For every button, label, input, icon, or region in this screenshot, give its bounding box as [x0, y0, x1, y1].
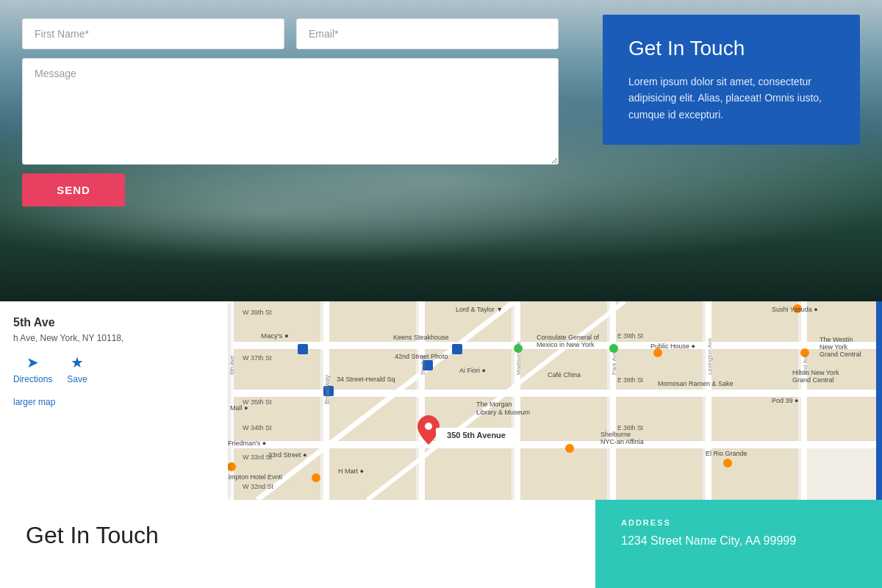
svg-text:Mexico in New York: Mexico in New York	[537, 341, 595, 348]
svg-text:El Rio Grande: El Rio Grande	[706, 450, 747, 457]
svg-text:Hilton New York: Hilton New York	[792, 369, 839, 376]
map-panel: 5th Ave h Ave, New York, NY 10118, ➤ Dir…	[0, 301, 228, 500]
svg-rect-24	[423, 448, 511, 500]
map-location-name: 5th Ave	[13, 316, 215, 329]
map-actions: ➤ Directions ★ Save	[13, 354, 215, 384]
svg-rect-39	[610, 301, 616, 500]
first-name-input[interactable]	[22, 18, 284, 49]
svg-rect-11	[518, 349, 606, 390]
directions-button[interactable]: ➤ Directions	[13, 354, 52, 384]
address-label: ADDRESS	[621, 518, 856, 527]
svg-text:Lexington Ave: Lexington Ave	[706, 337, 713, 375]
svg-rect-25	[518, 448, 606, 500]
svg-text:W 34th St: W 34th St	[243, 424, 272, 431]
bottom-left: Get In Touch	[0, 500, 595, 588]
svg-text:New York: New York	[820, 343, 848, 351]
svg-point-60	[425, 423, 432, 430]
map-right-edge	[876, 301, 882, 500]
save-button[interactable]: ★ Save	[67, 354, 87, 384]
svg-point-56	[565, 444, 574, 453]
svg-rect-38	[514, 301, 520, 500]
svg-text:Grand Central: Grand Central	[820, 351, 861, 358]
svg-text:Public House ●: Public House ●	[650, 343, 695, 350]
bottom-title: Get In Touch	[26, 522, 570, 549]
svg-text:350 5th Avenue: 350 5th Avenue	[447, 431, 506, 440]
svg-text:W 37th St: W 37th St	[243, 354, 272, 362]
svg-text:NYC-an Affinia: NYC-an Affinia	[600, 438, 644, 445]
address-value: 1234 Street Name City, AA 99999	[621, 534, 856, 548]
svg-text:Park Ave S: Park Ave S	[611, 346, 617, 375]
address-card: ADDRESS 1234 Street Name City, AA 99999	[595, 500, 882, 588]
svg-text:Broadway: Broadway	[323, 374, 331, 404]
directions-label: Directions	[13, 374, 52, 384]
contact-form: SEND	[0, 0, 581, 225]
svg-text:The Westin: The Westin	[820, 336, 853, 343]
svg-point-54	[227, 462, 236, 471]
map-section: 5th Ave h Ave, New York, NY 10118, ➤ Dir…	[0, 301, 882, 500]
svg-text:H Mart ●: H Mart ●	[338, 467, 364, 475]
hero-section: SEND Get In Touch Lorem ipsum dolor sit …	[0, 0, 882, 301]
svg-text:Ai Fiori ●: Ai Fiori ●	[459, 367, 486, 374]
svg-text:The Morgan: The Morgan	[476, 401, 512, 408]
svg-text:W 39th St: W 39th St	[243, 309, 272, 316]
svg-text:Consulate General of: Consulate General of	[537, 334, 600, 341]
svg-text:6th Ave: 6th Ave	[229, 355, 235, 375]
save-label: Save	[67, 374, 87, 384]
svg-rect-47	[452, 344, 462, 354]
svg-text:34 Street-Herald Sq: 34 Street-Herald Sq	[337, 376, 395, 383]
svg-text:Café China: Café China	[548, 371, 581, 379]
bottom-section: Get In Touch ADDRESS 1234 Street Name Ci…	[0, 500, 882, 588]
svg-text:42nd Street Photo: 42nd Street Photo	[395, 353, 448, 360]
info-card: Get In Touch Lorem ipsum dolor sit amet,…	[603, 15, 860, 145]
info-card-title: Get In Touch	[628, 37, 834, 60]
svg-rect-18	[518, 397, 606, 441]
info-card-body: Lorem ipsum dolor sit amet, consectetur …	[628, 74, 834, 123]
svg-rect-40	[706, 301, 711, 500]
svg-rect-41	[801, 301, 807, 500]
svg-text:33rd Street ●: 33rd Street ●	[268, 451, 306, 459]
svg-text:Friedman's ●: Friedman's ●	[228, 440, 266, 447]
save-icon: ★	[71, 354, 84, 371]
svg-text:Kimpton Hotel Evnti: Kimpton Hotel Evnti	[224, 473, 282, 481]
svg-rect-26	[614, 448, 702, 500]
svg-text:Library & Museum: Library & Museum	[476, 409, 530, 416]
map-address: h Ave, New York, NY 10118,	[13, 332, 215, 345]
svg-text:Pod 39 ●: Pod 39 ●	[772, 397, 798, 404]
svg-text:Momosan Ramen & Sake: Momosan Ramen & Sake	[658, 380, 734, 387]
send-button[interactable]: SEND	[22, 173, 125, 207]
svg-text:Macy's ●: Macy's ●	[261, 331, 289, 340]
svg-text:E 38th St: E 38th St	[617, 376, 644, 384]
svg-text:Lord & Taylor ▼: Lord & Taylor ▼	[456, 306, 503, 313]
svg-text:Grand Central: Grand Central	[792, 376, 834, 384]
svg-text:Madison Ave: Madison Ave	[515, 341, 522, 375]
svg-point-57	[723, 459, 732, 467]
svg-text:W 32nd St: W 32nd St	[243, 483, 274, 490]
svg-rect-21	[805, 397, 878, 441]
svg-text:Shelburne: Shelburne	[600, 431, 631, 438]
svg-rect-37	[419, 301, 425, 500]
larger-map-link[interactable]: larger map	[13, 397, 55, 407]
svg-text:Keens Steakhouse: Keens Steakhouse	[393, 334, 449, 341]
svg-point-55	[312, 473, 320, 482]
svg-text:E 39th St: E 39th St	[617, 332, 644, 340]
email-input[interactable]	[296, 18, 559, 49]
svg-rect-45	[298, 344, 308, 354]
svg-text:Sushi Yasuda ●: Sushi Yasuda ●	[772, 306, 818, 313]
form-row-top	[22, 18, 559, 49]
directions-icon: ➤	[26, 354, 39, 371]
message-input[interactable]	[22, 58, 559, 165]
